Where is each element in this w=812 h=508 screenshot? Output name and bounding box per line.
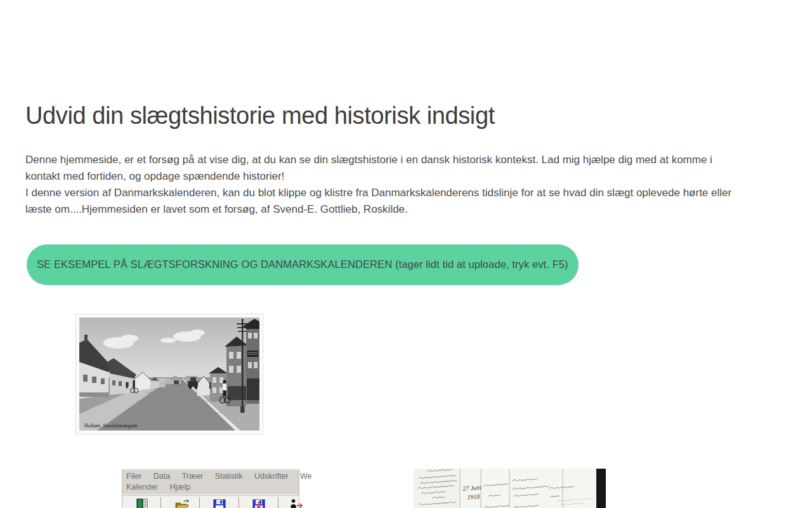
software-toolbar	[122, 495, 299, 508]
church-record-illustration: 27 Juni 1918	[414, 469, 606, 508]
menu-item-filer: Filer	[126, 472, 141, 481]
intro-paragraph-2: I denne version af Danmarkskalenderen, k…	[25, 185, 749, 218]
postcard-caption: Holbæk. Smedelundsgade	[84, 423, 138, 429]
postcard-photo-holbaek-street: Holbæk. Smedelundsgade	[75, 314, 263, 434]
toolbar-divider	[278, 497, 278, 508]
hero-section: Udvid din slægtshistorie med historisk i…	[25, 102, 749, 285]
software-menubar-row1: Filer Data Træer Statistik Udskrifter We	[122, 470, 299, 481]
page-root: Udvid din slægtshistorie med historisk i…	[0, 0, 812, 508]
menu-item-data: Data	[154, 472, 170, 481]
church-record-scan: 27 Juni 1918	[414, 469, 606, 508]
page-title: Udvid din slægtshistorie med historisk i…	[25, 102, 749, 131]
record-date-line1: 27 Juni	[462, 484, 482, 492]
genealogy-software-screenshot: Filer Data Træer Statistik Udskrifter We…	[122, 469, 299, 508]
person-relations-icon	[290, 498, 304, 508]
intro-text: Denne hjemmeside, er et forsøg på at vis…	[25, 152, 749, 218]
toolbar-divider	[160, 497, 161, 508]
save-floppy-icon	[213, 498, 226, 508]
menu-item-statistik: Statistik	[215, 472, 243, 481]
menu-item-traeer: Træer	[182, 472, 204, 481]
street-scene-illustration: Holbæk. Smedelundsgade	[79, 318, 259, 431]
menu-item-hjaelp: Hjælp	[170, 483, 191, 491]
book-binding-strip	[596, 469, 606, 508]
menu-item-udskrifter: Udskrifter	[254, 472, 288, 481]
open-folder-icon	[174, 498, 190, 508]
see-example-cta-button[interactable]: SE EKSEMPEL PÅ SLÆGTSFORSKNING OG DANMAR…	[27, 244, 579, 285]
toolbar-divider	[199, 497, 200, 508]
exit-door-icon	[135, 498, 149, 508]
toolbar-divider	[239, 497, 239, 508]
menu-item-web-truncated: We	[300, 472, 312, 481]
menu-item-kalender: Kalender	[126, 483, 158, 491]
record-date-line2: 1918	[467, 493, 480, 500]
save-floppy-export-icon	[252, 498, 266, 508]
software-menubar-row2: Kalender Hjælp	[122, 481, 299, 491]
intro-paragraph-1: Denne hjemmeside, er et forsøg på at vis…	[25, 152, 749, 185]
